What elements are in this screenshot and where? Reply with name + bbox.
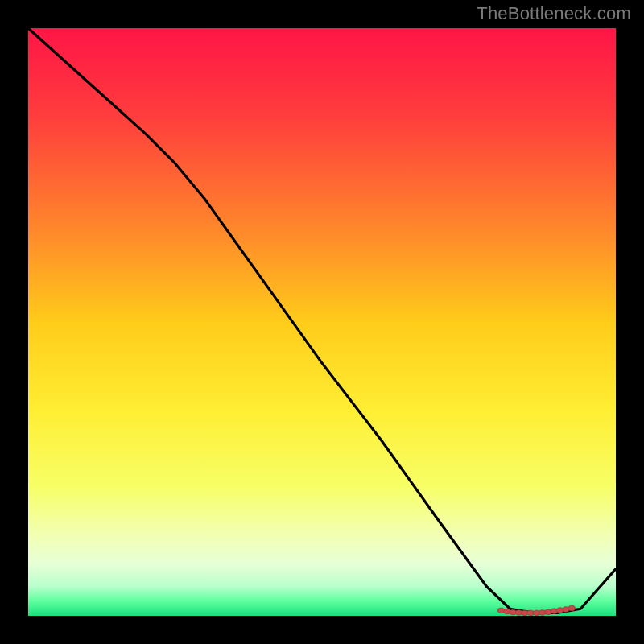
gradient-background (28, 28, 616, 616)
chart-frame: TheBottleneck.com (0, 0, 644, 644)
attribution-text: TheBottleneck.com (477, 3, 631, 24)
chart-svg (28, 28, 616, 616)
optimal-marker-dot (568, 605, 575, 610)
plot-area (28, 28, 616, 616)
